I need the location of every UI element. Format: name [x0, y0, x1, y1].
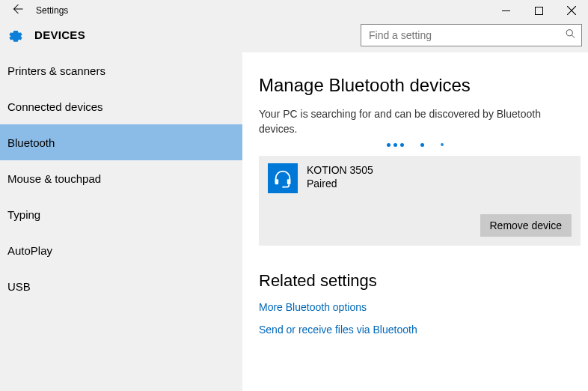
content-area: Manage Bluetooth devices Your PC is sear… — [242, 52, 588, 391]
sidebar-item-mouse-touchpad[interactable]: Mouse & touchpad — [0, 160, 242, 196]
svg-rect-1 — [535, 7, 542, 14]
sidebar-item-label: Connected devices — [7, 100, 103, 113]
more-bluetooth-options-link[interactable]: More Bluetooth options — [259, 301, 572, 313]
searching-indicator — [355, 140, 475, 156]
minimize-button[interactable] — [489, 0, 522, 21]
device-card[interactable]: KOTION 3505 Paired Remove device — [259, 156, 581, 246]
sidebar: Printers & scanners Connected devices Bl… — [0, 52, 242, 391]
settings-header: DEVICES — [0, 21, 588, 52]
sidebar-item-typing[interactable]: Typing — [0, 196, 242, 232]
header-category: DEVICES — [34, 28, 85, 41]
sidebar-item-connected-devices[interactable]: Connected devices — [0, 88, 242, 124]
sidebar-item-label: Bluetooth — [7, 136, 55, 149]
sidebar-item-autoplay[interactable]: AutoPlay — [0, 232, 242, 268]
svg-point-8 — [282, 186, 284, 187]
loading-dot-icon — [387, 143, 391, 147]
svg-rect-7 — [287, 179, 291, 184]
gear-icon — [7, 27, 24, 43]
headset-icon — [268, 163, 298, 193]
send-receive-files-link[interactable]: Send or receive files via Bluetooth — [259, 324, 572, 336]
sidebar-item-bluetooth[interactable]: Bluetooth — [0, 124, 242, 160]
device-status: Paired — [307, 178, 373, 190]
window-title: Settings — [36, 5, 68, 16]
page-title: Manage Bluetooth devices — [259, 75, 572, 96]
window-controls — [489, 0, 588, 21]
page-description: Your PC is searching for and can be disc… — [259, 106, 572, 137]
search-input[interactable] — [361, 24, 582, 46]
sidebar-item-label: AutoPlay — [7, 244, 52, 257]
sidebar-item-label: Mouse & touchpad — [7, 172, 101, 185]
sidebar-item-usb[interactable]: USB — [0, 268, 242, 304]
related-settings-heading: Related settings — [259, 271, 572, 291]
maximize-button[interactable] — [522, 0, 555, 21]
sidebar-item-label: Typing — [7, 208, 40, 221]
device-name: KOTION 3505 — [307, 164, 373, 176]
remove-device-button[interactable]: Remove device — [480, 214, 572, 237]
sidebar-item-label: Printers & scanners — [7, 64, 105, 77]
sidebar-item-label: USB — [7, 280, 31, 293]
svg-rect-6 — [275, 179, 279, 184]
back-arrow-icon[interactable] — [10, 2, 24, 19]
sidebar-item-printers-scanners[interactable]: Printers & scanners — [0, 52, 242, 88]
loading-dot-icon — [441, 143, 444, 146]
window-titlebar: Settings — [0, 0, 588, 21]
loading-dot-icon — [393, 143, 397, 147]
close-button[interactable] — [555, 0, 588, 21]
loading-dot-icon — [400, 143, 404, 147]
loading-dot-icon — [420, 143, 424, 147]
